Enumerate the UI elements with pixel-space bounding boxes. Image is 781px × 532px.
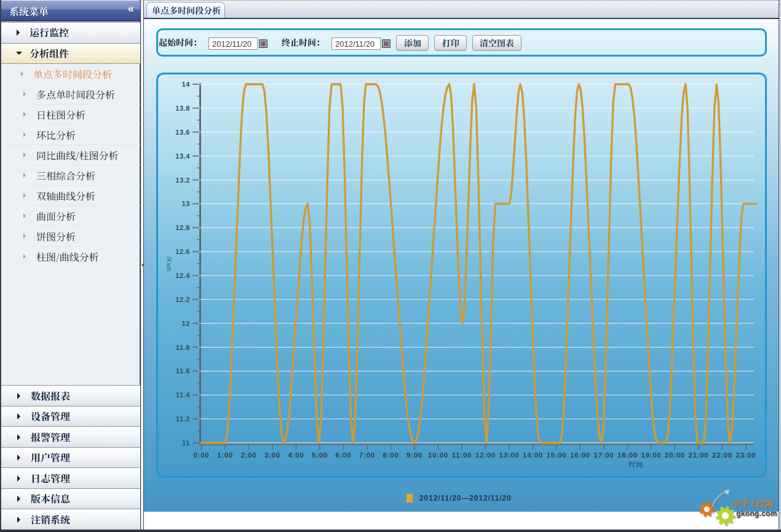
svg-text:13.6: 13.6 xyxy=(175,129,190,136)
svg-text:18:00: 18:00 xyxy=(617,451,638,459)
svg-text:3:00: 3:00 xyxy=(264,451,280,459)
svg-text:1:00: 1:00 xyxy=(217,451,233,459)
svg-text:11: 11 xyxy=(182,439,190,447)
svg-text:/Kwh: /Kwh xyxy=(165,256,173,271)
svg-text:11.6: 11.6 xyxy=(176,367,190,375)
svg-text:12: 12 xyxy=(182,320,190,327)
svg-text:11:00: 11:00 xyxy=(452,451,472,459)
svg-text:15:00: 15:00 xyxy=(547,451,567,459)
svg-text:22:00: 22:00 xyxy=(712,451,732,459)
svg-text:13.4: 13.4 xyxy=(175,153,190,160)
svg-text:13.8: 13.8 xyxy=(175,105,190,112)
svg-text:4:00: 4:00 xyxy=(288,451,304,459)
svg-text:12.6: 12.6 xyxy=(175,248,190,255)
svg-text:2:00: 2:00 xyxy=(241,451,257,459)
svg-text:12.2: 12.2 xyxy=(175,296,190,303)
svg-text:11.8: 11.8 xyxy=(176,344,190,351)
svg-text:12:00: 12:00 xyxy=(475,451,496,459)
svg-text:13:00: 13:00 xyxy=(499,451,520,459)
svg-text:16:00: 16:00 xyxy=(570,451,590,459)
svg-text:14:00: 14:00 xyxy=(523,451,543,459)
svg-text:8:00: 8:00 xyxy=(383,451,399,459)
svg-text:19:00: 19:00 xyxy=(641,451,662,459)
svg-text:20:00: 20:00 xyxy=(665,451,685,459)
svg-text:11.4: 11.4 xyxy=(176,391,190,399)
svg-text:6:00: 6:00 xyxy=(336,451,352,459)
svg-text:13.2: 13.2 xyxy=(175,177,190,184)
svg-text:12.4: 12.4 xyxy=(175,272,190,279)
svg-text:11.2: 11.2 xyxy=(176,415,190,423)
svg-text:0:00: 0:00 xyxy=(194,451,210,459)
svg-text:14: 14 xyxy=(182,81,191,88)
svg-text:21:00: 21:00 xyxy=(689,451,709,459)
svg-text:23:00: 23:00 xyxy=(736,451,756,459)
svg-text:17:00: 17:00 xyxy=(594,451,614,459)
svg-text:7:00: 7:00 xyxy=(359,451,375,459)
svg-text:13: 13 xyxy=(182,200,190,207)
svg-text:10:00: 10:00 xyxy=(428,451,448,459)
svg-text:5:00: 5:00 xyxy=(312,451,328,459)
svg-text:12.8: 12.8 xyxy=(175,224,190,231)
svg-text:9:00: 9:00 xyxy=(406,451,422,459)
